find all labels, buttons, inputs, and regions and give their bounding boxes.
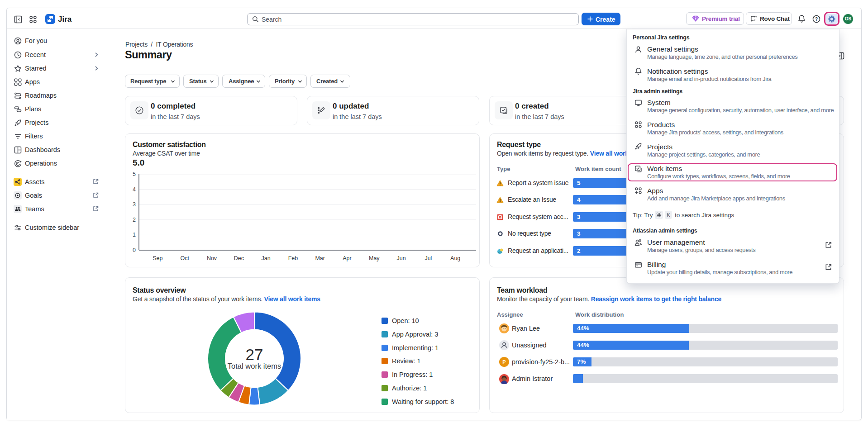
svg-text:Total work items: Total work items — [228, 362, 281, 370]
svg-text:27: 27 — [246, 346, 263, 363]
